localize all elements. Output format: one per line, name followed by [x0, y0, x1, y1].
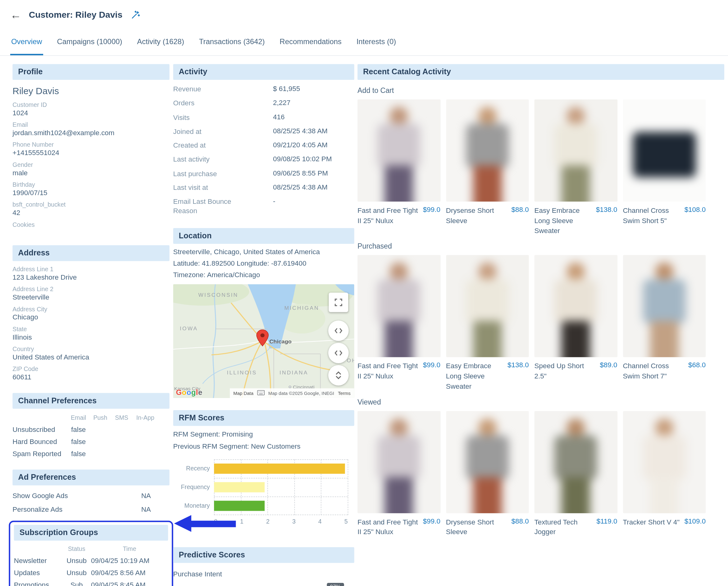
field-value: Streeterville	[12, 293, 169, 301]
profile-fields: Customer ID 1024 Email jordan.smith1024@…	[12, 101, 169, 233]
google-logo-letter: o	[182, 388, 187, 396]
blurred-photo	[535, 99, 618, 202]
keyboard-icon[interactable]	[257, 390, 265, 396]
location-coordinates: Latitude: 41.892500 Longitude: -87.61940…	[173, 259, 354, 266]
back-arrow-icon[interactable]: ←	[10, 9, 21, 20]
product-name: Channel Cross Swim Short 5"	[623, 205, 681, 226]
map[interactable]: WISCONSIN MICHIGAN IOWA ILLINOIS INDIANA…	[173, 284, 354, 398]
product-card[interactable]: Textured Tech Jogger $119.0	[535, 411, 618, 537]
map-label-wisconsin: WISCONSIN	[199, 292, 238, 298]
subscription-groups-table: Status Time Newsletter Unsub 09/04/25 10…	[14, 545, 168, 586]
product-card[interactable]: Fast and Free Tight II 25" Nulux $99.0	[358, 99, 440, 235]
rfm-previous-segment: Previous RFM Segment: New Customers	[173, 442, 354, 450]
channel-column-header: SMS	[111, 414, 132, 421]
tab[interactable]: Overview	[10, 29, 43, 55]
purchase-intent-value-badge: 97%	[327, 583, 344, 586]
tab[interactable]: Interests (0)	[356, 29, 397, 55]
profile-section-header: Profile	[12, 64, 169, 80]
map-fullscreen-button[interactable]	[329, 292, 348, 312]
blurred-photo	[358, 99, 440, 202]
subscription-groups-header: Subscription Groups	[14, 525, 168, 541]
activity-value: 09/08/25 10:02 PM	[273, 155, 332, 164]
activity-row: Created at 09/21/20 4:05 AM	[173, 141, 354, 150]
subscription-status: Sub	[62, 581, 91, 586]
rfm-gridline	[214, 514, 348, 515]
address-field: Address Line 2 Streeterville	[12, 285, 169, 301]
activity-label: Last visit at	[173, 183, 273, 192]
field-label: Cookies	[12, 221, 169, 228]
tab[interactable]: Activity (1628)	[136, 29, 185, 55]
catalog-group-label: Add to Cart	[358, 86, 724, 95]
product-name: Drysense Short Sleeve	[446, 517, 509, 537]
tab[interactable]: Recommendations	[279, 29, 342, 55]
product-name: Drysense Short Sleeve	[446, 205, 509, 226]
rfm-axis-tick: 0	[214, 518, 217, 525]
product-card[interactable]: Easy Embrace Long Sleeve Sweater $138.0	[535, 99, 618, 235]
purchase-intent-label: Purchase Intent	[173, 569, 354, 577]
rfm-bar-frequency	[214, 482, 265, 492]
activity-label: Orders	[173, 99, 273, 108]
rfm-axis-tick: 3	[292, 518, 296, 525]
purchased-group: Purchased Fast and Free Tight II 25" Nul…	[358, 242, 724, 391]
ad-preference-row: Personalize Ads NA	[12, 505, 169, 513]
product-card[interactable]: Drysense Short Sleeve $88.0	[446, 99, 529, 235]
product-card[interactable]: Channel Cross Swim Short 7" $68.0	[623, 255, 706, 391]
blurred-photo	[358, 255, 440, 357]
ad-preference-label: Show Google Ads	[12, 491, 68, 499]
rfm-bar-recency	[214, 463, 345, 474]
google-logo[interactable]: Google	[176, 388, 203, 397]
tab[interactable]: Campaigns (10000)	[56, 29, 123, 55]
map-label-iowa: IOWA	[180, 326, 198, 331]
tab-bar: Overview Campaigns (10000) Activity (162…	[0, 29, 728, 56]
product-card[interactable]: Easy Embrace Long Sleeve Sweater $138.0	[446, 255, 529, 391]
map-data-button[interactable]: Map Data	[233, 390, 254, 395]
field-value: Illinois	[12, 333, 169, 341]
map-tilt-control[interactable]	[328, 365, 349, 385]
activity-label: Visits	[173, 113, 273, 122]
address-field: State Illinois	[12, 326, 169, 341]
rfm-axis-tick: 2	[266, 518, 269, 525]
channel-preferences-section: Channel Preferences Email Push SMS In-Ap…	[12, 393, 169, 458]
profile-field: Customer ID 1024	[12, 101, 169, 117]
blurred-photo	[446, 255, 529, 357]
product-name: Easy Embrace Long Sleeve Sweater	[446, 361, 505, 391]
product-card[interactable]: Fast and Free Tight II 25" Nulux $99.0	[358, 255, 440, 391]
map-pan-left-right-control[interactable]	[328, 320, 349, 341]
product-card[interactable]: Drysense Short Sleeve $88.0	[446, 411, 529, 537]
map-terms-link[interactable]: Terms	[338, 390, 350, 395]
magic-wand-icon[interactable]	[131, 10, 140, 19]
field-value: United States of America	[12, 353, 169, 361]
field-value: 42	[12, 208, 169, 216]
product-card[interactable]: Fast and Free Tight II 25" Nulux $99.0	[358, 411, 440, 537]
content-area: Profile Riley Davis Customer ID 1024 Ema…	[0, 56, 728, 586]
field-value: male	[12, 169, 169, 177]
product-card[interactable]: Speed Up Short 2.5" $89.0	[535, 255, 618, 391]
rfm-category-label: Recency	[173, 459, 214, 478]
map-label-indiana: INDIANA	[280, 370, 308, 375]
rfm-category-label: Monetary	[173, 496, 214, 515]
product-card[interactable]: Tracker Short V 4" $109.0	[623, 411, 706, 537]
product-price: $108.0	[684, 205, 706, 213]
activity-row: Revenue $ 61,955	[173, 84, 354, 94]
map-rotate-control[interactable]	[328, 342, 349, 363]
field-label: Address Line 1	[12, 266, 169, 273]
product-grid: Fast and Free Tight II 25" Nulux $99.0	[358, 411, 724, 537]
address-fields: Address Line 1 123 Lakeshore Drive Addre…	[12, 266, 169, 381]
product-card[interactable]: Channel Cross Swim Short 5" $108.0	[623, 99, 706, 235]
activity-value: $ 61,955	[273, 84, 300, 94]
catalog-group-label: Viewed	[358, 398, 724, 406]
rfm-scores-header: RFM Scores	[173, 410, 354, 426]
rfm-axis-tick: 4	[318, 518, 322, 525]
field-label: Address City	[12, 306, 169, 312]
subscription-group-name: Newsletter	[14, 557, 62, 564]
activity-value: -	[273, 197, 275, 216]
ad-preference-label: Personalize Ads	[12, 505, 62, 513]
product-image	[535, 411, 618, 513]
subscription-column-header: Status	[62, 545, 91, 552]
tab[interactable]: Transactions (3642)	[198, 29, 266, 55]
blurred-photo	[535, 411, 618, 513]
product-image	[623, 99, 706, 202]
blurred-photo	[446, 411, 529, 513]
middle-column: Activity Revenue $ 61,955 Orders 2,227	[173, 64, 354, 586]
profile-field: Gender male	[12, 161, 169, 177]
